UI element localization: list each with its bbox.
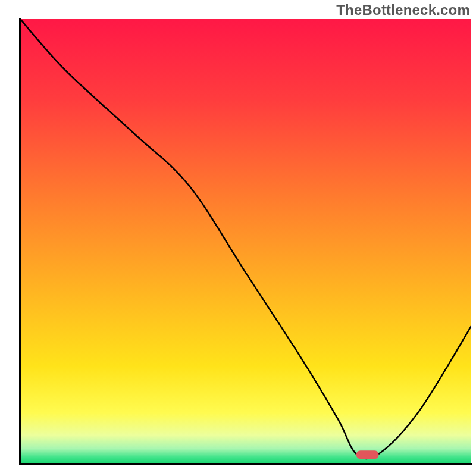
watermark-text: TheBottleneck.com	[336, 2, 470, 18]
optimal-marker	[356, 450, 379, 459]
bottleneck-chart	[0, 0, 476, 476]
plot-background	[20, 19, 471, 464]
chart-frame: TheBottleneck.com	[0, 0, 476, 476]
